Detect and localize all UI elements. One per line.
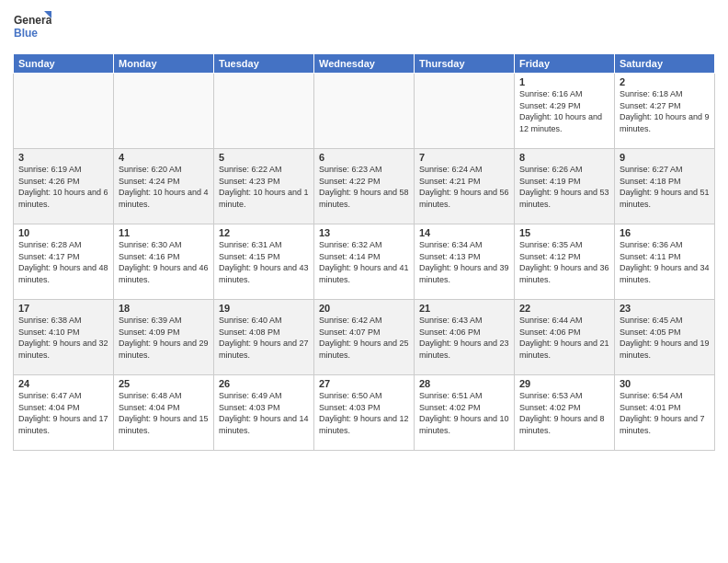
day-info: Sunrise: 6:48 AM Sunset: 4:04 PM Dayligh…: [119, 390, 209, 436]
day-number: 15: [519, 227, 609, 238]
weekday-header-monday: Monday: [114, 54, 214, 74]
day-number: 20: [319, 303, 409, 314]
day-info: Sunrise: 6:35 AM Sunset: 4:12 PM Dayligh…: [519, 239, 609, 285]
day-number: 8: [519, 152, 609, 163]
day-info: Sunrise: 6:32 AM Sunset: 4:14 PM Dayligh…: [319, 239, 409, 285]
day-number: 3: [18, 152, 108, 163]
calendar-cell: 18Sunrise: 6:39 AM Sunset: 4:09 PM Dayli…: [114, 300, 214, 375]
calendar-cell: 22Sunrise: 6:44 AM Sunset: 4:06 PM Dayli…: [515, 300, 615, 375]
logo: General Blue: [13, 9, 51, 48]
day-info: Sunrise: 6:31 AM Sunset: 4:15 PM Dayligh…: [219, 239, 309, 285]
calendar-cell: [14, 74, 114, 149]
svg-text:General: General: [14, 14, 51, 27]
day-info: Sunrise: 6:47 AM Sunset: 4:04 PM Dayligh…: [18, 390, 108, 436]
weekday-header-row: SundayMondayTuesdayWednesdayThursdayFrid…: [14, 54, 715, 74]
week-row-4: 17Sunrise: 6:38 AM Sunset: 4:10 PM Dayli…: [14, 300, 715, 375]
day-info: Sunrise: 6:30 AM Sunset: 4:16 PM Dayligh…: [119, 239, 209, 285]
calendar-cell: 15Sunrise: 6:35 AM Sunset: 4:12 PM Dayli…: [515, 224, 615, 300]
day-info: Sunrise: 6:39 AM Sunset: 4:09 PM Dayligh…: [119, 315, 209, 361]
calendar-cell: 10Sunrise: 6:28 AM Sunset: 4:17 PM Dayli…: [14, 224, 114, 300]
calendar-cell: 17Sunrise: 6:38 AM Sunset: 4:10 PM Dayli…: [14, 300, 114, 375]
day-number: 27: [319, 378, 409, 389]
day-number: 11: [119, 227, 209, 238]
weekday-header-wednesday: Wednesday: [314, 54, 415, 74]
calendar-cell: 13Sunrise: 6:32 AM Sunset: 4:14 PM Dayli…: [314, 224, 415, 300]
day-number: 28: [419, 378, 509, 389]
day-number: 12: [219, 227, 309, 238]
day-info: Sunrise: 6:19 AM Sunset: 4:26 PM Dayligh…: [18, 164, 108, 210]
calendar-cell: 20Sunrise: 6:42 AM Sunset: 4:07 PM Dayli…: [314, 300, 415, 375]
calendar-cell: [114, 74, 214, 149]
calendar-cell: 6Sunrise: 6:23 AM Sunset: 4:22 PM Daylig…: [314, 149, 415, 224]
logo-svg: General Blue: [13, 9, 51, 48]
calendar-cell: 25Sunrise: 6:48 AM Sunset: 4:04 PM Dayli…: [114, 375, 214, 451]
day-info: Sunrise: 6:24 AM Sunset: 4:21 PM Dayligh…: [419, 164, 509, 210]
calendar-cell: 16Sunrise: 6:36 AM Sunset: 4:11 PM Dayli…: [615, 224, 715, 300]
week-row-1: 1Sunrise: 6:16 AM Sunset: 4:29 PM Daylig…: [14, 74, 715, 149]
day-number: 16: [620, 227, 710, 238]
calendar-cell: 12Sunrise: 6:31 AM Sunset: 4:15 PM Dayli…: [214, 224, 314, 300]
day-number: 2: [620, 76, 710, 87]
day-info: Sunrise: 6:51 AM Sunset: 4:02 PM Dayligh…: [419, 390, 509, 436]
day-info: Sunrise: 6:50 AM Sunset: 4:03 PM Dayligh…: [319, 390, 409, 436]
day-info: Sunrise: 6:22 AM Sunset: 4:23 PM Dayligh…: [219, 164, 309, 210]
svg-text:Blue: Blue: [14, 27, 38, 40]
weekday-header-friday: Friday: [515, 54, 615, 74]
day-info: Sunrise: 6:36 AM Sunset: 4:11 PM Dayligh…: [620, 239, 710, 285]
calendar-cell: 1Sunrise: 6:16 AM Sunset: 4:29 PM Daylig…: [515, 74, 615, 149]
day-number: 14: [419, 227, 509, 238]
page: General Blue SundayMondayTuesdayWednesda…: [0, 0, 728, 563]
day-number: 18: [119, 303, 209, 314]
calendar-cell: 30Sunrise: 6:54 AM Sunset: 4:01 PM Dayli…: [615, 375, 715, 451]
calendar-cell: 4Sunrise: 6:20 AM Sunset: 4:24 PM Daylig…: [114, 149, 214, 224]
calendar-cell: 8Sunrise: 6:26 AM Sunset: 4:19 PM Daylig…: [515, 149, 615, 224]
day-info: Sunrise: 6:44 AM Sunset: 4:06 PM Dayligh…: [519, 315, 609, 361]
weekday-header-saturday: Saturday: [615, 54, 715, 74]
day-number: 5: [219, 152, 309, 163]
header: General Blue: [13, 9, 715, 48]
calendar-cell: 27Sunrise: 6:50 AM Sunset: 4:03 PM Dayli…: [314, 375, 415, 451]
day-number: 23: [620, 303, 710, 314]
calendar-cell: 3Sunrise: 6:19 AM Sunset: 4:26 PM Daylig…: [14, 149, 114, 224]
day-number: 9: [620, 152, 710, 163]
day-number: 29: [519, 378, 609, 389]
week-row-5: 24Sunrise: 6:47 AM Sunset: 4:04 PM Dayli…: [14, 375, 715, 451]
day-number: 26: [219, 378, 309, 389]
calendar-cell: 24Sunrise: 6:47 AM Sunset: 4:04 PM Dayli…: [14, 375, 114, 451]
weekday-header-tuesday: Tuesday: [214, 54, 314, 74]
calendar-cell: 23Sunrise: 6:45 AM Sunset: 4:05 PM Dayli…: [615, 300, 715, 375]
day-info: Sunrise: 6:16 AM Sunset: 4:29 PM Dayligh…: [519, 88, 609, 134]
day-info: Sunrise: 6:42 AM Sunset: 4:07 PM Dayligh…: [319, 315, 409, 361]
calendar-table: SundayMondayTuesdayWednesdayThursdayFrid…: [13, 53, 715, 451]
day-number: 24: [18, 378, 108, 389]
calendar-cell: 28Sunrise: 6:51 AM Sunset: 4:02 PM Dayli…: [415, 375, 515, 451]
day-info: Sunrise: 6:43 AM Sunset: 4:06 PM Dayligh…: [419, 315, 509, 361]
calendar-cell: 2Sunrise: 6:18 AM Sunset: 4:27 PM Daylig…: [615, 74, 715, 149]
day-number: 4: [119, 152, 209, 163]
day-number: 17: [18, 303, 108, 314]
calendar-cell: [214, 74, 314, 149]
calendar-cell: 9Sunrise: 6:27 AM Sunset: 4:18 PM Daylig…: [615, 149, 715, 224]
calendar-cell: 19Sunrise: 6:40 AM Sunset: 4:08 PM Dayli…: [214, 300, 314, 375]
day-number: 6: [319, 152, 409, 163]
day-info: Sunrise: 6:27 AM Sunset: 4:18 PM Dayligh…: [620, 164, 710, 210]
calendar-cell: [314, 74, 415, 149]
day-info: Sunrise: 6:54 AM Sunset: 4:01 PM Dayligh…: [620, 390, 710, 436]
day-number: 19: [219, 303, 309, 314]
calendar-cell: 7Sunrise: 6:24 AM Sunset: 4:21 PM Daylig…: [415, 149, 515, 224]
calendar-cell: [415, 74, 515, 149]
day-number: 7: [419, 152, 509, 163]
day-number: 13: [319, 227, 409, 238]
day-info: Sunrise: 6:34 AM Sunset: 4:13 PM Dayligh…: [419, 239, 509, 285]
day-number: 22: [519, 303, 609, 314]
day-info: Sunrise: 6:18 AM Sunset: 4:27 PM Dayligh…: [620, 88, 710, 134]
calendar-cell: 29Sunrise: 6:53 AM Sunset: 4:02 PM Dayli…: [515, 375, 615, 451]
day-info: Sunrise: 6:28 AM Sunset: 4:17 PM Dayligh…: [18, 239, 108, 285]
calendar-cell: 5Sunrise: 6:22 AM Sunset: 4:23 PM Daylig…: [214, 149, 314, 224]
calendar-cell: 11Sunrise: 6:30 AM Sunset: 4:16 PM Dayli…: [114, 224, 214, 300]
day-number: 21: [419, 303, 509, 314]
day-number: 30: [620, 378, 710, 389]
weekday-header-thursday: Thursday: [415, 54, 515, 74]
day-number: 10: [18, 227, 108, 238]
day-number: 25: [119, 378, 209, 389]
